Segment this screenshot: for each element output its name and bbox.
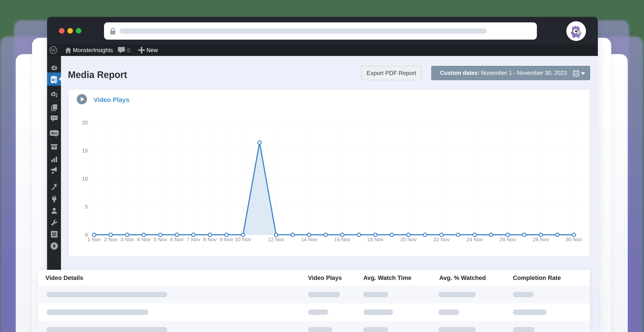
svg-text:6 Nov: 6 Nov xyxy=(170,237,184,242)
svg-text:18 Nov: 18 Nov xyxy=(367,237,384,242)
svg-text:3 Nov: 3 Nov xyxy=(120,237,134,242)
svg-text:20 Nov: 20 Nov xyxy=(400,237,416,242)
svg-text:10: 10 xyxy=(82,176,88,182)
svg-text:Woo: Woo xyxy=(51,131,58,135)
svg-text:22 Nov: 22 Nov xyxy=(434,237,450,242)
svg-text:4 Nov: 4 Nov xyxy=(137,237,150,242)
svg-text:5: 5 xyxy=(85,204,88,210)
svg-text:14 Nov: 14 Nov xyxy=(301,237,317,242)
svg-text:15: 15 xyxy=(82,148,88,153)
svg-text:7 Nov: 7 Nov xyxy=(187,237,200,242)
svg-text:28 Nov: 28 Nov xyxy=(533,237,549,242)
svg-text:10 Nov: 10 Nov xyxy=(235,237,251,242)
svg-text:5 Nov: 5 Nov xyxy=(154,237,167,242)
svg-text:24 Nov: 24 Nov xyxy=(466,237,483,242)
svg-text:2 Nov: 2 Nov xyxy=(104,237,117,242)
svg-text:26 Nov: 26 Nov xyxy=(500,237,516,242)
svg-text:9 Nov: 9 Nov xyxy=(220,237,233,242)
svg-text:1 Nov: 1 Nov xyxy=(87,237,101,242)
svg-text:30 Nov: 30 Nov xyxy=(566,237,582,242)
svg-text:8 Nov: 8 Nov xyxy=(203,237,216,242)
svg-text:12 Nov: 12 Nov xyxy=(268,237,284,242)
svg-text:16 Nov: 16 Nov xyxy=(334,237,350,242)
svg-text:20: 20 xyxy=(82,120,88,125)
